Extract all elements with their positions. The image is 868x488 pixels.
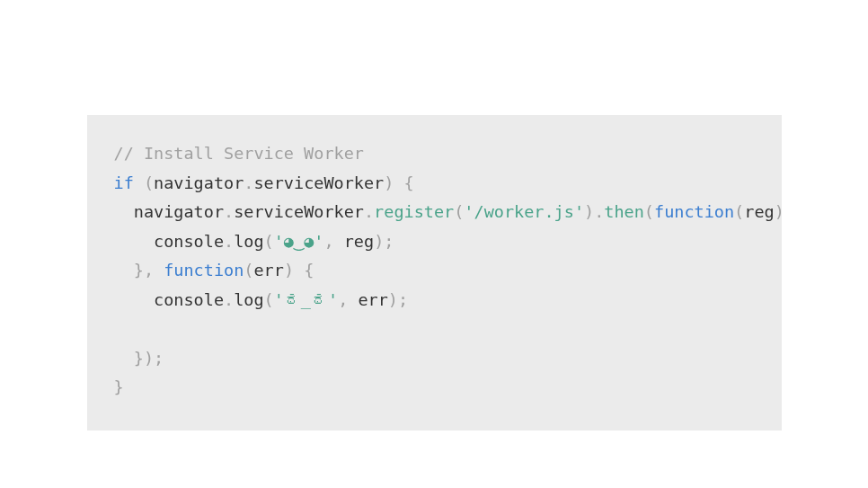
token-method: then	[604, 202, 644, 221]
token-plain: err	[253, 261, 283, 279]
token-plain	[394, 173, 403, 192]
token-plain	[154, 261, 164, 279]
token-punct: ,	[323, 232, 333, 251]
token-punct: )	[284, 261, 294, 279]
token-punct: ,	[338, 290, 348, 309]
token-punct: }	[114, 377, 124, 396]
token-punct: .	[244, 173, 253, 192]
token-punct: (	[264, 290, 274, 309]
token-punct: ,	[144, 261, 154, 279]
token-punct: .	[224, 202, 234, 221]
token-plain: serviceWorker	[253, 173, 384, 192]
token-plain: console	[114, 232, 225, 251]
code-content: // Install Service Worker if (navigator.…	[114, 144, 782, 396]
token-comment: // Install Service Worker	[114, 144, 364, 163]
token-punct: (	[144, 173, 154, 192]
token-punct: (	[454, 202, 464, 221]
token-string: '◕‿◕'	[274, 232, 324, 251]
token-punct: (	[734, 202, 744, 221]
token-plain	[134, 173, 144, 192]
token-punct: );	[374, 232, 394, 251]
token-punct: )	[384, 173, 394, 192]
token-plain	[114, 261, 134, 279]
token-keyword: function	[164, 261, 244, 279]
token-punct: }	[134, 261, 144, 279]
token-plain: err	[348, 290, 388, 309]
token-punct: (	[644, 202, 654, 221]
token-plain: reg	[334, 232, 375, 251]
token-punct: {	[304, 261, 314, 279]
token-plain	[114, 349, 134, 368]
token-punct: )	[584, 202, 594, 221]
token-punct: .	[364, 202, 374, 221]
token-keyword: if	[114, 173, 134, 192]
token-plain: console	[114, 290, 225, 309]
token-string: 'ಠ_ಠ'	[274, 290, 338, 309]
token-method: register	[374, 202, 454, 221]
token-punct: {	[404, 173, 414, 192]
token-plain: navigator	[114, 202, 225, 221]
token-punct: .	[594, 202, 604, 221]
token-punct: });	[134, 349, 164, 368]
token-punct: .	[224, 232, 234, 251]
token-plain: log	[234, 232, 263, 251]
token-string: '/worker.js'	[464, 202, 584, 221]
token-punct: )	[775, 202, 782, 221]
token-punct: (	[264, 232, 274, 251]
token-plain: reg	[744, 202, 774, 221]
token-plain: serviceWorker	[234, 202, 364, 221]
token-punct: );	[388, 290, 408, 309]
token-plain: log	[234, 290, 263, 309]
token-punct: (	[244, 261, 253, 279]
code-block: // Install Service Worker if (navigator.…	[87, 115, 782, 430]
token-plain: navigator	[154, 173, 244, 192]
token-keyword: function	[654, 202, 734, 221]
token-plain	[294, 261, 304, 279]
token-punct: .	[224, 290, 234, 309]
